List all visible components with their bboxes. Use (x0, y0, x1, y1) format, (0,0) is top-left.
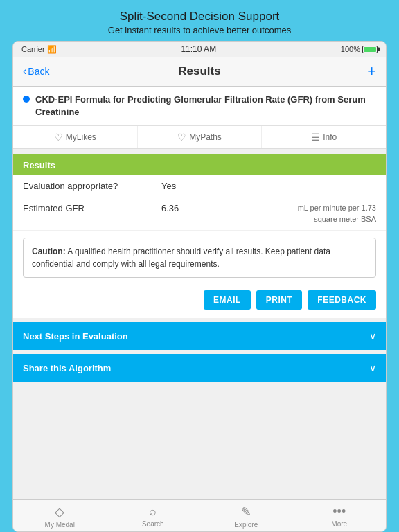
more-icon: ••• (332, 504, 346, 519)
gfr-unit: mL per minute per 1.73 square meter BSA (279, 203, 376, 224)
next-steps-chevron-icon: ∨ (369, 330, 376, 342)
results-header-text: Results (23, 160, 55, 170)
my-medal-label: My Medal (45, 521, 75, 529)
email-button[interactable]: EMAIL (204, 290, 251, 310)
status-time: 11:10 AM (181, 44, 216, 54)
eval-label: Evaluation appropriate? (23, 181, 161, 191)
more-label: More (331, 520, 347, 528)
battery-icon (362, 46, 378, 53)
info-tab[interactable]: ☰ Info (262, 126, 386, 148)
promo-header: Split-Second Decision Support Get instan… (94, 0, 305, 41)
mypaths-tab[interactable]: ♡ MyPaths (138, 126, 263, 148)
device-frame: Carrier 📶 11:10 AM 100% ‹ Back Results +… (12, 41, 387, 532)
share-label: Share this Algorithm (23, 363, 111, 373)
content-spacer (13, 382, 386, 499)
mylikes-label: MyLikes (66, 132, 96, 142)
print-button[interactable]: PRINT (256, 290, 303, 310)
heart-icon: ♡ (54, 132, 63, 143)
nav-bar: ‹ Back Results + (13, 57, 386, 87)
action-tabs: ♡ MyLikes ♡ MyPaths ☰ Info (13, 126, 386, 149)
tab-more[interactable]: ••• More (293, 504, 387, 529)
feedback-button[interactable]: FEEDBACK (308, 290, 376, 310)
accordion-next-steps[interactable]: Next Steps in Evaluation ∨ (13, 322, 386, 350)
path-icon: ♡ (177, 132, 186, 143)
next-steps-label: Next Steps in Evaluation (23, 331, 128, 342)
accordion-share[interactable]: Share this Algorithm ∨ (13, 354, 386, 382)
caution-body: A qualified health practitioner should v… (32, 247, 330, 269)
back-chevron-icon: ‹ (23, 65, 26, 78)
caution-bold: Caution: (32, 247, 66, 256)
algo-dot-icon (23, 96, 30, 103)
medal-icon: ◇ (55, 504, 64, 520)
add-button[interactable]: + (367, 62, 376, 80)
algorithm-title: CKD-EPI Formula for Predicting Glomerula… (35, 94, 376, 118)
status-carrier: Carrier 📶 (21, 45, 57, 54)
explore-label: Explore (234, 521, 258, 529)
info-label: Info (323, 132, 337, 142)
action-buttons-row: EMAIL PRINT FEEDBACK (13, 285, 386, 318)
tab-my-medal[interactable]: ◇ My Medal (13, 504, 107, 529)
info-icon: ☰ (311, 132, 320, 143)
results-header: Results (13, 154, 386, 175)
status-battery: 100% (341, 45, 378, 53)
algorithm-title-bar: CKD-EPI Formula for Predicting Glomerula… (13, 87, 386, 126)
promo-title: Split-Second Decision Support (108, 10, 291, 24)
search-icon: ⌕ (149, 504, 157, 519)
tab-search[interactable]: ⌕ Search (107, 504, 200, 529)
nav-title: Results (178, 64, 220, 78)
mypaths-label: MyPaths (189, 132, 222, 142)
caution-box: Caution: A qualified health practitioner… (23, 238, 376, 278)
search-label: Search (142, 520, 164, 528)
promo-subtitle: Get instant results to achieve better ou… (108, 25, 291, 35)
eval-value: Yes (161, 181, 279, 191)
explore-icon: ✎ (241, 504, 251, 520)
tab-explore[interactable]: ✎ Explore (200, 504, 293, 529)
share-chevron-icon: ∨ (369, 362, 376, 373)
status-bar: Carrier 📶 11:10 AM 100% (13, 42, 386, 57)
main-content: CKD-EPI Formula for Predicting Glomerula… (13, 87, 386, 499)
bottom-tab-bar: ◇ My Medal ⌕ Search ✎ Explore ••• More (13, 499, 386, 531)
gfr-value: 6.36 (161, 203, 279, 213)
results-section: Results Evaluation appropriate? Yes Esti… (13, 154, 386, 318)
results-row-1: Evaluation appropriate? Yes (13, 175, 386, 197)
back-label: Back (28, 66, 49, 77)
mylikes-tab[interactable]: ♡ MyLikes (13, 126, 138, 148)
back-button[interactable]: ‹ Back (23, 65, 49, 78)
gfr-label: Estimated GFR (23, 203, 161, 213)
results-row-2: Estimated GFR 6.36 mL per minute per 1.7… (13, 197, 386, 231)
